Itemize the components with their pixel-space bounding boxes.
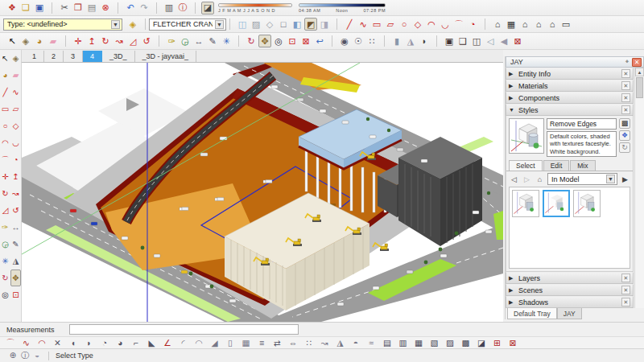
scene-search-combo[interactable]: FLETCHER CRAN ▼	[149, 19, 226, 31]
no-camera-icon[interactable]: ⊠	[511, 35, 524, 47]
grid-tool-icon[interactable]: ▦	[241, 337, 252, 348]
scene-tab-4[interactable]: 4	[83, 51, 102, 62]
corner-tool-icon[interactable]: ⌐	[130, 337, 142, 348]
select-tool-icon[interactable]: ↖	[6, 35, 19, 47]
back-edges-style-icon[interactable]: ▨	[250, 18, 262, 31]
rotated-rectangle-tool-icon[interactable]: ▱	[384, 18, 397, 31]
round-corner-icon[interactable]: ◔	[99, 337, 110, 348]
solid-union-icon[interactable]: ◗	[84, 337, 95, 348]
make-component-icon[interactable]: ◈	[19, 35, 32, 47]
align-icon[interactable]: ⇔	[287, 337, 299, 348]
3d-text-tool-icon[interactable]: ◮	[10, 253, 21, 269]
chevron-down-icon[interactable]: ▼	[606, 175, 615, 183]
circle-tool-icon[interactable]: ○	[398, 18, 411, 31]
previous-view-icon[interactable]: ↩	[313, 35, 326, 47]
look-around-icon[interactable]: ☉	[352, 35, 365, 47]
style-description-field[interactable]: Default colors, shaded with textures fac…	[547, 131, 617, 157]
section-layers[interactable]: ▶ Layers ✕	[506, 272, 634, 284]
refresh-style-icon[interactable]: ↻	[619, 142, 630, 153]
undo-icon[interactable]: ↶	[124, 2, 137, 14]
shell-icon[interactable]: ◖	[68, 337, 79, 348]
copy-icon[interactable]: ❐	[72, 2, 85, 14]
style-thumbnail-selected[interactable]	[543, 190, 570, 217]
scroll-thumb[interactable]	[636, 77, 643, 98]
credits-icon[interactable]: ⓘ	[19, 350, 31, 361]
skin-icon[interactable]: ◢	[209, 337, 221, 348]
geolocation-icon[interactable]: ⊕	[7, 350, 19, 361]
wave-icon[interactable]: ≈	[366, 337, 378, 348]
paint-bucket-icon[interactable]: ◕	[0, 67, 10, 84]
close-section-icon[interactable]: ✕	[621, 81, 630, 90]
section-entity-info[interactable]: ▶ Entity Info ✕	[506, 68, 634, 80]
stack-icon[interactable]: ≡	[256, 337, 267, 348]
tray-tab-default[interactable]: Default Tray	[507, 308, 557, 319]
chevron-down-icon[interactable]: ▼	[111, 20, 120, 29]
taper-icon[interactable]: ◮	[335, 337, 346, 348]
line-tool-icon[interactable]: ╱	[343, 18, 356, 31]
pan-tool-icon[interactable]: ✥	[258, 35, 271, 47]
left-view-icon[interactable]: ▭	[559, 18, 572, 31]
pie-tool-icon[interactable]: ◔	[466, 18, 479, 31]
zoom-tool-icon[interactable]: ◎	[272, 35, 285, 47]
orbit-tool-icon[interactable]: ↻	[0, 269, 10, 286]
bezier-curve-icon[interactable]: ⌒	[5, 337, 16, 348]
scene-tab-_3D - jayvaai_[interactable]: _3D - jayvaai_	[135, 51, 197, 62]
hatch-diag-right-icon[interactable]: ▨	[444, 337, 456, 348]
classifier-type-combo[interactable]: Type: <undefined> ▼	[3, 19, 122, 31]
line-tool-icon[interactable]: ╱	[0, 84, 10, 101]
new-model-icon[interactable]: ❖	[6, 2, 19, 14]
spline-icon[interactable]: ∿	[21, 337, 32, 348]
pie-tool-icon[interactable]: ◔	[10, 151, 21, 168]
iso-view-icon[interactable]: ⌂	[491, 18, 504, 31]
shadow-time-slider[interactable]: 04:38 AM Noon 07:28 PM	[299, 3, 386, 13]
orbit-tool-icon[interactable]: ↻	[245, 35, 258, 47]
hidden-line-style-icon[interactable]: □	[277, 18, 290, 31]
tab-mix[interactable]: Mix	[570, 160, 595, 171]
cone-tool-icon[interactable]: ◮	[404, 35, 417, 47]
scene-tab-2[interactable]: 2	[44, 51, 64, 62]
section-shadows[interactable]: ▶ Shadows ✕	[506, 296, 634, 308]
tray-header[interactable]: JAY ⌖ ✕	[506, 56, 644, 68]
scale-tool-icon[interactable]: ◿	[0, 202, 10, 219]
zoom-extents-tool-icon[interactable]: ⊠	[299, 35, 312, 47]
section-scenes[interactable]: ▶ Scenes ✕	[506, 284, 634, 296]
erase-icon[interactable]: ⊗	[99, 2, 112, 14]
fillet-icon[interactable]: ◕	[115, 337, 126, 348]
print-icon[interactable]: ▥	[163, 2, 175, 14]
scale-tool-icon[interactable]: ◿	[126, 35, 139, 47]
tray-tab-jay[interactable]: JAY	[557, 308, 582, 319]
twist-icon[interactable]: ↝	[319, 337, 330, 348]
follow-me-tool-icon[interactable]: ↝	[113, 35, 126, 47]
close-section-icon[interactable]: ✕	[621, 105, 630, 114]
axes-tool-icon[interactable]: ✳	[0, 253, 10, 269]
rectangle-tool-icon[interactable]: ▭	[0, 101, 10, 117]
arc-segment-icon[interactable]: ◠	[36, 337, 47, 348]
two-point-arc-tool-icon[interactable]: ◡	[10, 134, 21, 151]
loft-icon[interactable]: ◠	[193, 337, 204, 348]
update-style-icon[interactable]: ❖	[619, 130, 630, 141]
close-section-icon[interactable]: ✕	[621, 274, 630, 282]
front-view-icon[interactable]: ⌂	[518, 18, 531, 31]
top-view-icon[interactable]: ▦	[505, 18, 518, 31]
section-materials[interactable]: ▶ Materials ✕	[506, 80, 634, 92]
hatch-vertical-icon[interactable]: ▥	[398, 337, 409, 348]
save-model-icon[interactable]: ▣	[33, 2, 46, 14]
cylinder-tool-icon[interactable]: ▮	[390, 35, 403, 47]
text-tool-icon[interactable]: ✎	[10, 236, 21, 253]
wireframe-style-icon[interactable]: ◇	[263, 18, 276, 31]
camera-three-icon[interactable]: ◫	[470, 35, 483, 47]
weight-tool-icon[interactable]: ◗	[418, 35, 431, 47]
model-info-icon[interactable]: ⓘ	[176, 2, 189, 14]
protractor-tool-icon[interactable]: ◶	[179, 35, 192, 47]
close-section-icon[interactable]: ✕	[621, 286, 630, 294]
offset-tool-icon[interactable]: ↺	[140, 35, 153, 47]
section-styles[interactable]: ▼ Styles ✕	[506, 104, 634, 116]
arc-tool-icon[interactable]: ◠	[0, 134, 10, 151]
close-icon[interactable]: ✕	[632, 58, 642, 67]
rectangle-tool-icon[interactable]: ▭	[370, 18, 383, 31]
create-style-icon[interactable]: ▩	[619, 118, 630, 129]
tape-measure-icon[interactable]: ✑	[0, 219, 10, 236]
section-components[interactable]: ▶ Components ✕	[506, 92, 634, 104]
back-arrow-icon[interactable]: ◁	[509, 174, 519, 184]
paint-bucket-icon[interactable]: ◕	[33, 35, 46, 47]
